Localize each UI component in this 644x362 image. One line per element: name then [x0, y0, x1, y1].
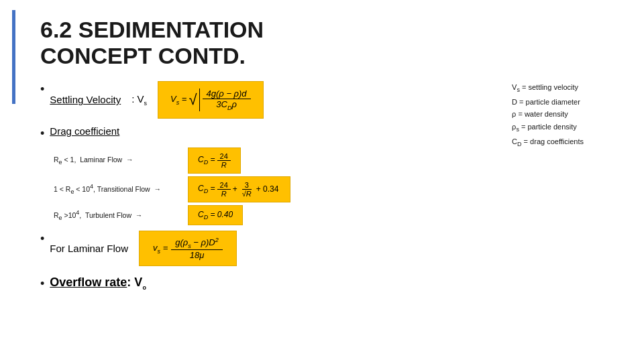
laminar-formula-box: vs = g(ρs − ρ)D2 18μ [139, 231, 237, 266]
bullet-dot-1: • [40, 82, 44, 97]
drag-condition-3: Re >104, Turbulent Flow → [54, 209, 181, 221]
drag-header: • Drag coefficient [40, 125, 624, 141]
sqrt-symbol: √ [189, 93, 197, 107]
drag-row-laminar: Re < 1, Laminar Flow → CD = 24 R [54, 147, 624, 174]
drag-row-transitional: 1 < Re < 104, Transitional Flow → CD = 2… [54, 176, 624, 202]
drag-formula-3: CD = 0.40 [188, 205, 243, 225]
drag-label: Drag coefficient [50, 125, 119, 137]
overflow-label-suffix: : Vo [127, 276, 146, 291]
title-line2: CONCEPT CONTD. [40, 43, 624, 69]
content-area: • Settling Velocity : Vs Vs = √ 4g(ρ − ρ… [40, 81, 624, 291]
drag-formula-1: CD = 24 R [188, 147, 241, 174]
bullet-drag: • Drag coefficient Re < 1, Laminar Flow … [40, 125, 624, 225]
legend-item-3: ρ = water density [512, 108, 584, 121]
slide-container: 6.2 SEDIMENTATION CONCEPT CONTD. • Settl… [0, 0, 644, 362]
drag-row-turbulent: Re >104, Turbulent Flow → CD = 0.40 R = … [54, 205, 624, 225]
drag-condition-1: Re < 1, Laminar Flow → [54, 156, 181, 166]
drag-formula-2: CD = 24 R + 3 √R + 0.34 [188, 176, 290, 202]
bullet-dot-2: • [40, 127, 44, 141]
left-accent-bar [12, 10, 15, 104]
legend-item-2: D = particle diameter [512, 96, 584, 109]
bullet-dot-3: • [40, 232, 44, 246]
laminar-label: For Laminar Flow [50, 243, 128, 254]
settling-vs: Vs = [170, 94, 186, 106]
overflow-label: Overflow rate [50, 276, 127, 290]
bullet-overflow: • Overflow rate : Vo [40, 276, 624, 291]
bullet-dot-4: • [40, 277, 44, 291]
bullet-settling: • Settling Velocity : Vs Vs = √ 4g(ρ − ρ… [40, 81, 624, 119]
title-line1: 6.2 SEDIMENTATION [40, 17, 624, 43]
settling-label: Settling Velocity [50, 94, 121, 105]
settling-formula-box: Vs = √ 4g(ρ − ρ)d 3CDρ [158, 81, 264, 119]
legend-item-1: Vs = settling velocity [512, 81, 584, 95]
settling-label-suffix: : Vs [131, 93, 147, 107]
drag-rows: Re < 1, Laminar Flow → CD = 24 R 1 < Re … [54, 147, 624, 225]
bullet-laminar: • For Laminar Flow vs = g(ρs − ρ)D2 18μ [40, 231, 624, 266]
drag-condition-2: 1 < Re < 104, Transitional Flow → [54, 183, 181, 195]
title-block: 6.2 SEDIMENTATION CONCEPT CONTD. [40, 17, 624, 69]
